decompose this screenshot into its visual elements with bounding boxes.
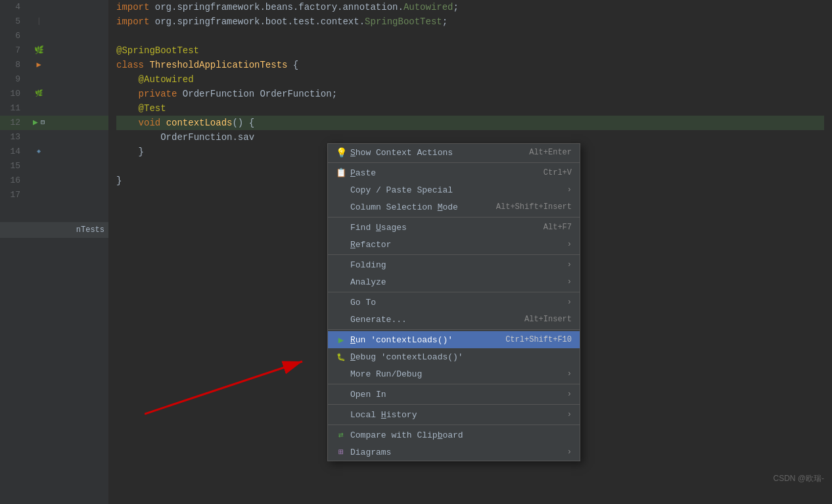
menu-find-usages-label: Find Usages: [348, 223, 536, 233]
menu-analyze[interactable]: Analyze ›: [328, 273, 580, 290]
code-line-6: [116, 29, 824, 43]
code-line-5: import org.springframework.boot.test.con…: [116, 14, 824, 29]
line-17: 17: [0, 188, 108, 202]
menu-run-shortcut: Ctrl+Shift+F10: [505, 335, 572, 344]
code-line-10: private OrderFunction OrderFunction;: [116, 87, 824, 101]
menu-generate[interactable]: Generate... Alt+Insert: [328, 311, 580, 328]
more-run-arrow: ›: [567, 369, 572, 378]
menu-open-in-label: Open In: [348, 390, 565, 400]
line-8: 8 ▶: [0, 58, 108, 72]
menu-more-run-debug[interactable]: More Run/Debug ›: [328, 365, 580, 382]
menu-folding[interactable]: Folding ›: [328, 256, 580, 273]
bulb-icon: 💡: [335, 147, 348, 158]
line-14: 14 ◈: [0, 145, 108, 159]
ntests-label: nTests: [0, 222, 108, 238]
menu-go-to[interactable]: Go To ›: [328, 294, 580, 311]
line-10: 10 🌿: [0, 87, 108, 101]
menu-debug[interactable]: 🐛 Debug 'contextLoads()': [328, 348, 580, 365]
menu-show-context-actions-shortcut: Alt+Enter: [529, 148, 572, 157]
folding-arrow: ›: [567, 260, 572, 269]
menu-paste-label: Paste: [348, 168, 536, 178]
menu-compare-clipboard[interactable]: ⇄ Compare with Clipboard: [328, 426, 580, 444]
menu-column-selection[interactable]: Column Selection Mode Alt+Shift+Insert: [328, 198, 580, 216]
code-line-13: OrderFunction.sav: [116, 130, 824, 145]
line-6: 6: [0, 29, 108, 43]
menu-generate-shortcut: Alt+Insert: [524, 315, 572, 324]
menu-show-context-actions-label: Show Context Actions: [348, 148, 521, 158]
analyze-arrow: ›: [567, 277, 572, 286]
separator-3: [328, 254, 580, 255]
separator-2: [328, 217, 580, 218]
line-7: 7 🌿: [0, 43, 108, 58]
menu-more-run-debug-label: More Run/Debug: [348, 369, 565, 379]
menu-column-selection-shortcut: Alt+Shift+Insert: [496, 202, 572, 212]
code-line-11: @Test: [116, 101, 824, 116]
diagrams-arrow: ›: [567, 447, 572, 457]
menu-debug-label: Debug 'contextLoads()': [348, 352, 572, 362]
menu-refactor-label: Refactor: [348, 240, 565, 250]
code-line-7: @SpringBootTest: [116, 43, 824, 58]
menu-find-usages[interactable]: Find Usages Alt+F7: [328, 219, 580, 236]
menu-find-usages-shortcut: Alt+F7: [543, 223, 572, 232]
compare-icon: ⇄: [335, 430, 348, 440]
indent-icon: │: [37, 14, 41, 29]
separator-7: [328, 404, 580, 405]
line-5: 5 │: [0, 14, 108, 29]
menu-compare-clipboard-label: Compare with Clipboard: [348, 430, 572, 440]
separator-8: [328, 424, 580, 425]
menu-local-history-label: Local History: [348, 410, 565, 420]
context-menu: 💡 Show Context Actions Alt+Enter 📋 Paste…: [327, 143, 580, 461]
menu-diagrams-label: Diagrams: [348, 447, 565, 457]
open-in-arrow: ›: [567, 390, 572, 399]
separator-4: [328, 292, 580, 292]
watermark: CSDN @欧瑞-: [773, 473, 824, 484]
line-9: 9: [0, 72, 108, 87]
copy-paste-arrow: ›: [567, 185, 572, 195]
paste-icon: 📋: [335, 168, 348, 178]
leaf-icon-7: 🌿: [34, 43, 44, 58]
menu-refactor[interactable]: Refactor ›: [328, 236, 580, 253]
line-13: 13: [0, 130, 108, 145]
run-icon-12[interactable]: ▶: [33, 116, 38, 130]
line-numbers-gutter: 4 5 │ 6 7 🌿 8 ▶ 9 10: [0, 0, 108, 504]
code-line-9: @Autowired: [116, 72, 824, 87]
line-12: 12 ▶ ⊟: [0, 116, 108, 130]
refactor-arrow: ›: [567, 240, 572, 249]
arrow-icon-8: ▶: [36, 58, 41, 72]
menu-show-context-actions[interactable]: 💡 Show Context Actions Alt+Enter: [328, 144, 580, 161]
line-16: 16: [0, 173, 108, 188]
menu-folding-label: Folding: [348, 260, 565, 270]
code-line-4: import org.springframework.beans.factory…: [116, 0, 824, 14]
menu-go-to-label: Go To: [348, 298, 565, 308]
code-line-12: void contextLoads() {: [116, 116, 824, 130]
menu-copy-paste-label: Copy / Paste Special: [348, 185, 565, 195]
line-15: 15: [0, 159, 108, 173]
debug-icon: 🐛: [335, 353, 348, 361]
bookmark-icon-14: ◈: [37, 145, 41, 159]
menu-generate-label: Generate...: [348, 315, 517, 325]
diagrams-icon: ⊞: [335, 447, 348, 457]
menu-copy-paste-special[interactable]: Copy / Paste Special ›: [328, 181, 580, 198]
separator-5: [328, 329, 580, 330]
local-history-arrow: ›: [567, 410, 572, 419]
leaf-icon-10: 🌿: [35, 87, 43, 101]
separator-1: [328, 162, 580, 163]
menu-run-label: Run 'contextLoads()': [348, 335, 497, 345]
code-line-8: class ThresholdApplicationTests {: [116, 58, 824, 72]
menu-analyze-label: Analyze: [348, 277, 565, 287]
fold-icon-12[interactable]: ⊟: [41, 116, 45, 130]
go-to-arrow: ›: [567, 298, 572, 307]
menu-paste[interactable]: 📋 Paste Ctrl+V: [328, 164, 580, 181]
menu-diagrams[interactable]: ⊞ Diagrams ›: [328, 444, 580, 461]
line-11: 11: [0, 101, 108, 116]
separator-6: [328, 384, 580, 384]
menu-local-history[interactable]: Local History ›: [328, 406, 580, 423]
menu-run[interactable]: ▶ Run 'contextLoads()' Ctrl+Shift+F10: [328, 331, 580, 348]
menu-paste-shortcut: Ctrl+V: [543, 168, 572, 177]
menu-open-in[interactable]: Open In ›: [328, 386, 580, 403]
line-4: 4: [0, 0, 108, 14]
run-green-icon: ▶: [335, 334, 348, 346]
menu-column-selection-label: Column Selection Mode: [348, 202, 488, 212]
